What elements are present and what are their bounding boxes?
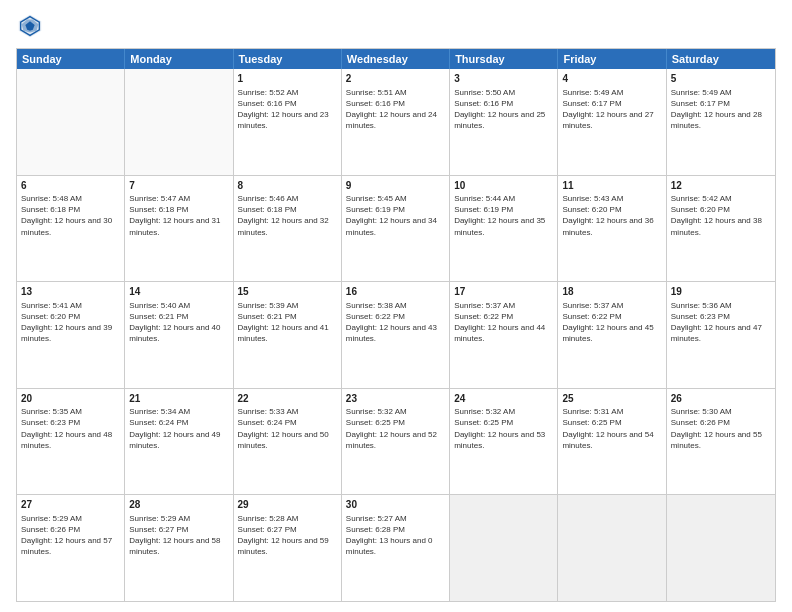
cell-info: Sunrise: 5:37 AM Sunset: 6:22 PM Dayligh…: [562, 300, 661, 345]
day-number: 26: [671, 392, 771, 406]
calendar-cell: 27Sunrise: 5:29 AM Sunset: 6:26 PM Dayli…: [17, 495, 125, 601]
cell-info: Sunrise: 5:49 AM Sunset: 6:17 PM Dayligh…: [671, 87, 771, 132]
calendar-cell: 6Sunrise: 5:48 AM Sunset: 6:18 PM Daylig…: [17, 176, 125, 282]
header-cell-monday: Monday: [125, 49, 233, 69]
header-cell-thursday: Thursday: [450, 49, 558, 69]
header-cell-saturday: Saturday: [667, 49, 775, 69]
header-cell-wednesday: Wednesday: [342, 49, 450, 69]
day-number: 2: [346, 72, 445, 86]
day-number: 8: [238, 179, 337, 193]
day-number: 14: [129, 285, 228, 299]
cell-info: Sunrise: 5:28 AM Sunset: 6:27 PM Dayligh…: [238, 513, 337, 558]
cell-info: Sunrise: 5:43 AM Sunset: 6:20 PM Dayligh…: [562, 193, 661, 238]
cell-info: Sunrise: 5:44 AM Sunset: 6:19 PM Dayligh…: [454, 193, 553, 238]
calendar-cell: 23Sunrise: 5:32 AM Sunset: 6:25 PM Dayli…: [342, 389, 450, 495]
cell-info: Sunrise: 5:51 AM Sunset: 6:16 PM Dayligh…: [346, 87, 445, 132]
day-number: 17: [454, 285, 553, 299]
calendar-cell: [667, 495, 775, 601]
day-number: 13: [21, 285, 120, 299]
day-number: 11: [562, 179, 661, 193]
cell-info: Sunrise: 5:47 AM Sunset: 6:18 PM Dayligh…: [129, 193, 228, 238]
day-number: 12: [671, 179, 771, 193]
calendar-cell: 17Sunrise: 5:37 AM Sunset: 6:22 PM Dayli…: [450, 282, 558, 388]
cell-info: Sunrise: 5:45 AM Sunset: 6:19 PM Dayligh…: [346, 193, 445, 238]
calendar-cell: 11Sunrise: 5:43 AM Sunset: 6:20 PM Dayli…: [558, 176, 666, 282]
header-cell-tuesday: Tuesday: [234, 49, 342, 69]
cell-info: Sunrise: 5:35 AM Sunset: 6:23 PM Dayligh…: [21, 406, 120, 451]
calendar-cell: [125, 69, 233, 175]
day-number: 16: [346, 285, 445, 299]
header-cell-friday: Friday: [558, 49, 666, 69]
cell-info: Sunrise: 5:36 AM Sunset: 6:23 PM Dayligh…: [671, 300, 771, 345]
calendar-cell: 2Sunrise: 5:51 AM Sunset: 6:16 PM Daylig…: [342, 69, 450, 175]
cell-info: Sunrise: 5:34 AM Sunset: 6:24 PM Dayligh…: [129, 406, 228, 451]
cell-info: Sunrise: 5:29 AM Sunset: 6:26 PM Dayligh…: [21, 513, 120, 558]
cell-info: Sunrise: 5:29 AM Sunset: 6:27 PM Dayligh…: [129, 513, 228, 558]
week-row-1: 6Sunrise: 5:48 AM Sunset: 6:18 PM Daylig…: [17, 176, 775, 283]
cell-info: Sunrise: 5:41 AM Sunset: 6:20 PM Dayligh…: [21, 300, 120, 345]
calendar-cell: [558, 495, 666, 601]
calendar-cell: 26Sunrise: 5:30 AM Sunset: 6:26 PM Dayli…: [667, 389, 775, 495]
cell-info: Sunrise: 5:30 AM Sunset: 6:26 PM Dayligh…: [671, 406, 771, 451]
day-number: 6: [21, 179, 120, 193]
calendar-cell: [450, 495, 558, 601]
day-number: 9: [346, 179, 445, 193]
calendar-cell: 21Sunrise: 5:34 AM Sunset: 6:24 PM Dayli…: [125, 389, 233, 495]
calendar-cell: 9Sunrise: 5:45 AM Sunset: 6:19 PM Daylig…: [342, 176, 450, 282]
cell-info: Sunrise: 5:42 AM Sunset: 6:20 PM Dayligh…: [671, 193, 771, 238]
calendar-cell: 18Sunrise: 5:37 AM Sunset: 6:22 PM Dayli…: [558, 282, 666, 388]
week-row-2: 13Sunrise: 5:41 AM Sunset: 6:20 PM Dayli…: [17, 282, 775, 389]
cell-info: Sunrise: 5:46 AM Sunset: 6:18 PM Dayligh…: [238, 193, 337, 238]
page: SundayMondayTuesdayWednesdayThursdayFrid…: [0, 0, 792, 612]
day-number: 19: [671, 285, 771, 299]
calendar-header: SundayMondayTuesdayWednesdayThursdayFrid…: [17, 49, 775, 69]
calendar-cell: 8Sunrise: 5:46 AM Sunset: 6:18 PM Daylig…: [234, 176, 342, 282]
calendar-cell: 29Sunrise: 5:28 AM Sunset: 6:27 PM Dayli…: [234, 495, 342, 601]
cell-info: Sunrise: 5:39 AM Sunset: 6:21 PM Dayligh…: [238, 300, 337, 345]
week-row-4: 27Sunrise: 5:29 AM Sunset: 6:26 PM Dayli…: [17, 495, 775, 601]
day-number: 10: [454, 179, 553, 193]
calendar-cell: 10Sunrise: 5:44 AM Sunset: 6:19 PM Dayli…: [450, 176, 558, 282]
cell-info: Sunrise: 5:33 AM Sunset: 6:24 PM Dayligh…: [238, 406, 337, 451]
cell-info: Sunrise: 5:27 AM Sunset: 6:28 PM Dayligh…: [346, 513, 445, 558]
calendar-cell: 30Sunrise: 5:27 AM Sunset: 6:28 PM Dayli…: [342, 495, 450, 601]
day-number: 21: [129, 392, 228, 406]
day-number: 22: [238, 392, 337, 406]
cell-info: Sunrise: 5:40 AM Sunset: 6:21 PM Dayligh…: [129, 300, 228, 345]
calendar-cell: 14Sunrise: 5:40 AM Sunset: 6:21 PM Dayli…: [125, 282, 233, 388]
calendar-cell: 15Sunrise: 5:39 AM Sunset: 6:21 PM Dayli…: [234, 282, 342, 388]
logo-icon: [16, 12, 44, 40]
cell-info: Sunrise: 5:32 AM Sunset: 6:25 PM Dayligh…: [346, 406, 445, 451]
calendar-body: 1Sunrise: 5:52 AM Sunset: 6:16 PM Daylig…: [17, 69, 775, 601]
day-number: 7: [129, 179, 228, 193]
calendar-cell: 24Sunrise: 5:32 AM Sunset: 6:25 PM Dayli…: [450, 389, 558, 495]
calendar-cell: 3Sunrise: 5:50 AM Sunset: 6:16 PM Daylig…: [450, 69, 558, 175]
calendar-cell: 13Sunrise: 5:41 AM Sunset: 6:20 PM Dayli…: [17, 282, 125, 388]
cell-info: Sunrise: 5:52 AM Sunset: 6:16 PM Dayligh…: [238, 87, 337, 132]
header-cell-sunday: Sunday: [17, 49, 125, 69]
calendar: SundayMondayTuesdayWednesdayThursdayFrid…: [16, 48, 776, 602]
day-number: 30: [346, 498, 445, 512]
calendar-cell: 28Sunrise: 5:29 AM Sunset: 6:27 PM Dayli…: [125, 495, 233, 601]
cell-info: Sunrise: 5:37 AM Sunset: 6:22 PM Dayligh…: [454, 300, 553, 345]
calendar-cell: 25Sunrise: 5:31 AM Sunset: 6:25 PM Dayli…: [558, 389, 666, 495]
week-row-0: 1Sunrise: 5:52 AM Sunset: 6:16 PM Daylig…: [17, 69, 775, 176]
calendar-cell: 7Sunrise: 5:47 AM Sunset: 6:18 PM Daylig…: [125, 176, 233, 282]
day-number: 15: [238, 285, 337, 299]
day-number: 23: [346, 392, 445, 406]
calendar-cell: 12Sunrise: 5:42 AM Sunset: 6:20 PM Dayli…: [667, 176, 775, 282]
day-number: 24: [454, 392, 553, 406]
day-number: 27: [21, 498, 120, 512]
calendar-cell: 20Sunrise: 5:35 AM Sunset: 6:23 PM Dayli…: [17, 389, 125, 495]
cell-info: Sunrise: 5:48 AM Sunset: 6:18 PM Dayligh…: [21, 193, 120, 238]
calendar-cell: 16Sunrise: 5:38 AM Sunset: 6:22 PM Dayli…: [342, 282, 450, 388]
cell-info: Sunrise: 5:49 AM Sunset: 6:17 PM Dayligh…: [562, 87, 661, 132]
calendar-cell: 5Sunrise: 5:49 AM Sunset: 6:17 PM Daylig…: [667, 69, 775, 175]
day-number: 1: [238, 72, 337, 86]
day-number: 18: [562, 285, 661, 299]
calendar-cell: 19Sunrise: 5:36 AM Sunset: 6:23 PM Dayli…: [667, 282, 775, 388]
logo: [16, 12, 48, 40]
day-number: 20: [21, 392, 120, 406]
calendar-cell: 22Sunrise: 5:33 AM Sunset: 6:24 PM Dayli…: [234, 389, 342, 495]
cell-info: Sunrise: 5:32 AM Sunset: 6:25 PM Dayligh…: [454, 406, 553, 451]
